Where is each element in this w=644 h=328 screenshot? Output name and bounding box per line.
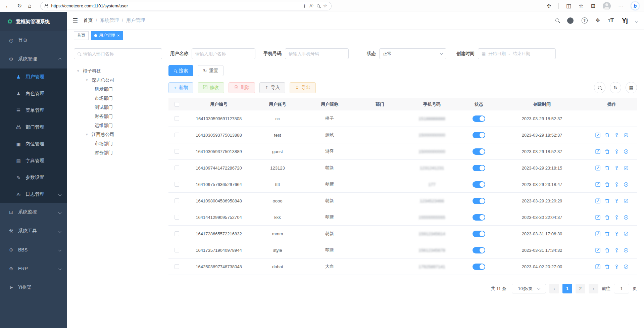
assign-role-icon[interactable] (624, 215, 629, 220)
dept-search-input[interactable] (74, 48, 162, 59)
sidebar-item[interactable]: ⊕ BBS (0, 240, 67, 259)
row-checkbox[interactable] (175, 116, 179, 121)
sidebar-item[interactable]: ▤ 字典管理 (0, 152, 67, 169)
edit-icon[interactable] (595, 166, 600, 171)
status-toggle[interactable] (473, 148, 485, 155)
status-toggle[interactable] (473, 264, 485, 270)
status-toggle[interactable] (473, 165, 485, 171)
zoom-out-icon[interactable] (317, 3, 320, 8)
user-logo[interactable]: Yj (622, 17, 628, 25)
edit-icon[interactable] (595, 198, 600, 203)
add-button[interactable]: + 新增 (168, 82, 193, 93)
sidebar-item[interactable]: ⊕ ERP (0, 259, 67, 278)
row-checkbox[interactable] (175, 231, 179, 236)
tree-node[interactable]: 市场部门 (74, 139, 162, 148)
edit-button[interactable]: 修改 (198, 82, 224, 93)
assign-role-icon[interactable] (624, 264, 629, 269)
delete-icon[interactable] (605, 166, 610, 171)
breadcrumb-item[interactable]: 用户管理 (126, 17, 145, 24)
row-checkbox[interactable] (175, 264, 179, 269)
delete-icon[interactable] (605, 198, 610, 203)
text-size-icon[interactable]: TT (608, 17, 614, 24)
tree-node[interactable]: ▾ 深圳总公司 (74, 76, 162, 85)
edit-icon[interactable] (595, 215, 600, 220)
sidebar-item[interactable]: ▣ 岗位管理 (0, 136, 67, 152)
breadcrumb-item[interactable]: 系统管理 / (100, 17, 123, 24)
select-all-checkbox[interactable] (175, 102, 179, 107)
status-toggle[interactable] (473, 132, 485, 138)
sidebar-item[interactable]: ♟ 用户管理 (0, 68, 67, 85)
row-checkbox[interactable] (175, 182, 179, 187)
status-toggle[interactable] (473, 247, 485, 253)
row-checkbox[interactable] (175, 166, 179, 170)
user-dropdown-icon[interactable] (635, 20, 638, 23)
status-toggle[interactable] (473, 231, 485, 237)
edit-icon[interactable] (595, 149, 600, 154)
tree-node[interactable]: 运维部门 (74, 121, 162, 130)
page-tab[interactable]: 首页 (74, 31, 89, 40)
reset-password-icon[interactable] (614, 182, 619, 187)
browser-home-icon[interactable]: ⌂ (28, 3, 31, 9)
sidebar-item[interactable]: ⚙ 系统管理 (0, 50, 67, 68)
search-icon[interactable] (555, 17, 559, 24)
row-checkbox[interactable] (175, 133, 179, 137)
password-key-icon[interactable]: ⚷ (303, 3, 306, 8)
tree-node[interactable]: ▾ 江西总公司 (74, 130, 162, 139)
reset-password-icon[interactable] (614, 231, 619, 236)
browser-refresh-icon[interactable]: ↻ (17, 3, 22, 9)
row-checkbox[interactable] (175, 198, 179, 203)
delete-icon[interactable] (605, 149, 610, 154)
delete-icon[interactable] (605, 248, 610, 253)
collections-icon[interactable]: ⊞ (591, 3, 595, 9)
status-toggle[interactable] (473, 214, 485, 221)
search-button[interactable]: 搜索 (168, 65, 193, 76)
delete-icon[interactable] (605, 264, 610, 269)
sidebar-toggle-icon[interactable]: ☰ (72, 17, 78, 24)
phone-field[interactable] (289, 51, 348, 56)
sidebar-item[interactable]: ◴ 首页 (0, 31, 67, 50)
split-screen-icon[interactable]: ◫ (566, 3, 571, 9)
favorite-add-icon[interactable]: ☆ (323, 3, 327, 8)
delete-icon[interactable] (605, 133, 610, 138)
edit-icon[interactable] (595, 182, 600, 187)
status-toggle[interactable] (473, 198, 485, 204)
reset-password-icon[interactable] (614, 149, 619, 154)
assign-role-icon[interactable] (624, 133, 629, 138)
reset-password-icon[interactable] (614, 198, 619, 203)
sidebar-item[interactable]: ⚒ 系统工具 (0, 222, 67, 240)
breadcrumb-item[interactable]: 首页 / (83, 17, 97, 24)
github-icon[interactable] (567, 17, 574, 24)
edit-icon[interactable] (595, 248, 600, 253)
tree-caret-icon[interactable]: ▾ (77, 69, 81, 73)
tree-caret-icon[interactable]: ▾ (86, 132, 89, 137)
sidebar-item[interactable]: ✎ 参数设置 (0, 169, 67, 186)
phone-input[interactable] (285, 48, 349, 59)
profile-avatar[interactable] (603, 2, 611, 10)
edit-icon[interactable] (595, 133, 600, 138)
sidebar-item[interactable]: ➤ Yi框架 (0, 278, 67, 297)
reset-password-icon[interactable] (614, 215, 619, 220)
read-aloud-icon[interactable]: A⁾ (309, 3, 313, 8)
goto-page-input[interactable] (614, 284, 629, 293)
tree-caret-icon[interactable]: ▾ (86, 78, 89, 82)
tree-node[interactable]: ▾ 橙子科技 (74, 66, 162, 76)
assign-role-icon[interactable] (624, 231, 629, 236)
delete-icon[interactable] (605, 215, 610, 220)
favorites-icon[interactable]: ☆ (579, 3, 583, 9)
tree-node[interactable]: 测试部门 (74, 103, 162, 112)
address-bar[interactable]: https://ccnetcore.com:1101/system/user ⚷… (40, 2, 332, 10)
assign-role-icon[interactable] (624, 149, 629, 154)
app-logo[interactable]: ✿ 意框架管理系统 (0, 12, 67, 31)
delete-icon[interactable] (605, 231, 610, 236)
extensions-icon[interactable]: ✣ (547, 3, 551, 9)
reset-password-icon[interactable] (614, 248, 619, 253)
row-checkbox[interactable] (175, 149, 179, 154)
sidebar-item[interactable]: ♟ 角色管理 (0, 85, 67, 102)
sidebar-item[interactable]: ⊡ 系统监控 (0, 203, 67, 222)
tree-node[interactable]: 市场部门 (74, 94, 162, 103)
table-refresh-button[interactable]: ↻ (610, 82, 621, 93)
prev-page-button[interactable]: ‹ (549, 284, 559, 293)
table-columns-button[interactable]: ▦ (626, 82, 637, 93)
reset-password-icon[interactable] (614, 133, 619, 138)
table-search-toggle-button[interactable] (594, 82, 605, 93)
